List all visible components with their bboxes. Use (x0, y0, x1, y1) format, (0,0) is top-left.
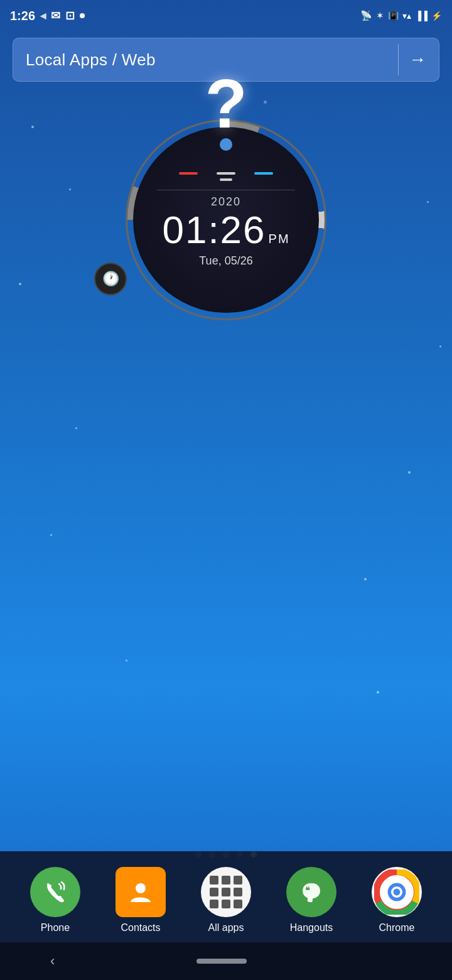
question-dot (220, 138, 232, 151)
clock-ampm: PM (269, 232, 290, 246)
dock-item-allapps[interactable]: All apps (201, 867, 251, 934)
svg-point-7 (394, 888, 401, 895)
question-mark-icon: ? (205, 69, 247, 138)
clock-year: 2020 (211, 195, 241, 209)
chrome-label: Chrome (379, 922, 415, 934)
clock-face: 2020 01:26 PM Tue, 05/26 (133, 127, 319, 313)
gmail-icon: ✉ (51, 9, 60, 23)
blue-bar (254, 172, 273, 175)
status-left: 1:26 ◂ ✉ ⊡ (10, 9, 85, 23)
nav-bar: ‹ (0, 942, 452, 980)
vibrate-icon: 📳 (388, 11, 399, 21)
contacts-app-icon (116, 867, 166, 917)
bluetooth-icon: ✶ (376, 10, 384, 21)
svg-text:❝: ❝ (305, 885, 310, 895)
dock-item-phone[interactable]: Phone (30, 867, 80, 934)
dock-item-hangouts[interactable]: ❝ Hangouts (286, 867, 336, 934)
clock-time: 01:26 PM (162, 209, 289, 251)
nav-home-button[interactable] (196, 959, 247, 964)
red-bar (179, 172, 198, 175)
dock-item-contacts[interactable]: Contacts (116, 867, 166, 934)
alarm-icon: 🕐 (102, 271, 119, 287)
cast-icon: 📡 (360, 10, 372, 21)
phone-app-icon (30, 867, 80, 917)
battery-icon: ⚡ (431, 11, 442, 21)
search-arrow-icon[interactable]: → (409, 50, 426, 70)
dot-indicator (80, 13, 85, 18)
chrome-app-icon (372, 867, 422, 917)
single-bar (220, 178, 232, 181)
color-bars (179, 172, 273, 175)
allapps-icon (201, 867, 251, 917)
phone-label: Phone (41, 922, 70, 934)
clock-date: Tue, 05/26 (199, 254, 252, 268)
contacts-label: Contacts (121, 922, 160, 934)
apps-grid (203, 869, 249, 915)
search-divider (398, 44, 399, 75)
clock-divider (157, 190, 295, 190)
wifi-icon: ▾▴ (402, 11, 411, 21)
clock-widget[interactable]: ? 2020 01:26 PM Tue, 05/26 🕐 (126, 119, 326, 320)
svg-rect-3 (307, 896, 313, 902)
status-right: 📡 ✶ 📳 ▾▴ ▐▐ ⚡ (360, 10, 442, 21)
alarm-button[interactable]: 🕐 (94, 263, 127, 295)
svg-point-0 (136, 883, 146, 893)
dock: Phone Contacts All apps ❝ (0, 851, 452, 942)
screenshot-icon: ⊡ (65, 9, 75, 23)
search-label: Local Apps / Web (26, 50, 156, 70)
back-arrow-icon: ◂ (40, 9, 46, 23)
hangouts-label: Hangouts (290, 922, 333, 934)
dock-item-chrome[interactable]: Chrome (372, 867, 422, 934)
hangouts-app-icon: ❝ (286, 867, 336, 917)
clock-widget-container: ? 2020 01:26 PM Tue, 05/26 🕐 (0, 119, 452, 320)
status-time: 1:26 (10, 9, 35, 23)
nav-back-button[interactable]: ‹ (50, 953, 55, 969)
allapps-label: All apps (208, 922, 244, 934)
white-bar (217, 172, 235, 175)
signal-icon: ▐▐ (415, 11, 428, 21)
clock-time-value: 01:26 (162, 209, 266, 251)
status-bar: 1:26 ◂ ✉ ⊡ 📡 ✶ 📳 ▾▴ ▐▐ ⚡ (0, 0, 452, 31)
